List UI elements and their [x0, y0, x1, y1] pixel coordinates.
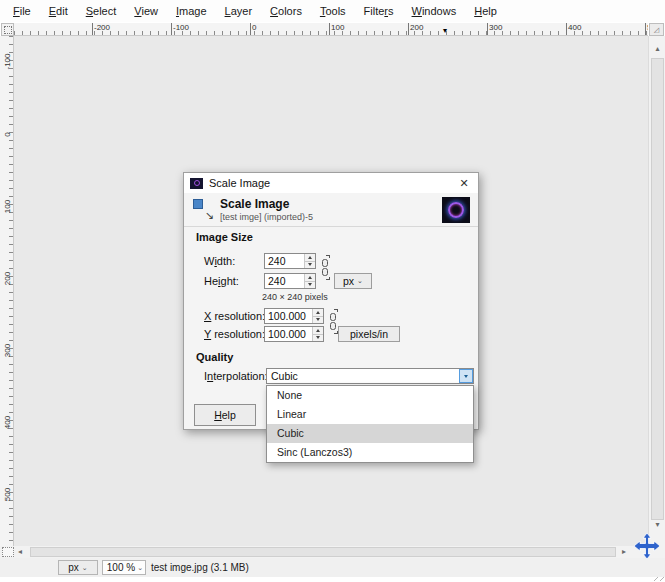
quality-section-label: Quality: [196, 351, 233, 363]
width-label: Width:: [204, 255, 235, 267]
menu-colors[interactable]: Colors: [262, 2, 310, 20]
spin-down-button[interactable]: [305, 281, 315, 289]
ruler-origin-button[interactable]: [1, 23, 14, 36]
image-thumbnail: [442, 197, 470, 223]
ruler-corner-button[interactable]: ◿: [649, 23, 664, 36]
dialog-header: ↘ Scale Image [test imge] (imported)-5: [184, 193, 478, 227]
v-ruler-label: 100: [3, 200, 12, 214]
h-ruler-label: -200: [94, 23, 110, 32]
interpolation-label: Interpolation:: [204, 370, 268, 382]
navigation-cross-icon[interactable]: [633, 532, 661, 560]
scale-image-dialog: Scale Image ✕ ↘ Scale Image [test imge] …: [183, 172, 479, 430]
h-ruler-label: 0: [252, 23, 256, 32]
help-button-label: Help: [214, 409, 236, 421]
resolution-unit-label: pixels/in: [350, 328, 388, 340]
menu-file[interactable]: File: [5, 2, 39, 20]
status-bar: px ⌄ 100 % ⌄ test imge.jpg (3.1 MB): [0, 558, 665, 577]
width-spinbox[interactable]: 240: [264, 253, 316, 269]
menu-view[interactable]: View: [126, 2, 166, 20]
interpolation-option-cubic[interactable]: Cubic: [267, 424, 473, 443]
h-ruler-label: 500: [647, 23, 648, 32]
resolution-unit-dropdown[interactable]: pixels/in: [338, 326, 400, 342]
width-value: 240: [265, 254, 304, 268]
menu-edit[interactable]: Edit: [41, 2, 76, 20]
chevron-down-icon: ⌄: [357, 277, 363, 285]
pointer-position-marker-icon: ▾: [443, 27, 447, 35]
x-resolution-spinbox[interactable]: 100.000: [264, 308, 324, 324]
menu-layer[interactable]: Layer: [217, 2, 261, 20]
v-ruler-label: 200: [3, 272, 12, 286]
menu-select[interactable]: Select: [78, 2, 125, 20]
spin-down-button[interactable]: [313, 316, 323, 324]
chevron-down-icon: ⌄: [137, 564, 143, 572]
dimensions-note: 240 × 240 pixels: [262, 292, 328, 302]
unit-label: px: [68, 562, 79, 573]
spin-down-button[interactable]: [305, 261, 315, 269]
horizontal-scrollbar-thumb[interactable]: [30, 547, 616, 557]
help-button[interactable]: Help: [194, 404, 256, 426]
horizontal-ruler[interactable]: ▾ -200-1000100200300400500: [14, 23, 648, 36]
h-ruler-label: 300: [489, 23, 502, 32]
spin-down-button[interactable]: [313, 334, 323, 342]
close-icon[interactable]: ✕: [456, 177, 472, 190]
size-unit-label: px: [343, 275, 354, 287]
y-resolution-spinbox[interactable]: 100.000: [264, 326, 324, 342]
header-title: Scale Image: [220, 197, 289, 211]
scroll-up-icon[interactable]: ▴: [649, 42, 665, 56]
h-ruler-label: 100: [331, 23, 344, 32]
v-ruler-label: 0: [3, 128, 12, 142]
interpolation-value: Cubic: [267, 370, 459, 382]
size-unit-dropdown[interactable]: px ⌄: [334, 273, 372, 289]
header-subtitle: [test imge] (imported)-5: [220, 212, 313, 222]
v-ruler-label: 300: [3, 344, 12, 358]
ruler-ticks: [9, 36, 13, 546]
vertical-scrollbar-thumb[interactable]: [651, 58, 664, 520]
menu-windows[interactable]: Windows: [404, 2, 465, 20]
scroll-right-icon[interactable]: ▸: [622, 546, 626, 558]
chain-link-icon[interactable]: [320, 255, 330, 280]
vertical-ruler[interactable]: -1000100200300400500: [0, 36, 14, 546]
scroll-down-icon[interactable]: ▾: [649, 518, 665, 532]
menu-help[interactable]: Help: [466, 2, 505, 20]
dialog-icon: [190, 178, 203, 189]
interpolation-option-none[interactable]: None: [267, 386, 473, 405]
chevron-down-icon: ⌄: [82, 564, 88, 572]
menu-tools[interactable]: Tools: [312, 2, 354, 20]
v-ruler-label: 500: [3, 488, 12, 502]
interpolation-combobox[interactable]: Cubic: [266, 368, 474, 384]
height-value: 240: [265, 274, 304, 288]
menu-image[interactable]: Image: [168, 2, 215, 20]
gimp-window: FileEditSelectViewImageLayerColorsToolsF…: [0, 0, 665, 582]
interpolation-dropdown-list: NoneLinearCubicSinc (Lanczos3): [266, 385, 474, 463]
scroll-left-icon[interactable]: ◂: [18, 546, 22, 558]
unit-dropdown[interactable]: px ⌄: [58, 560, 98, 575]
h-ruler-label: 400: [568, 23, 581, 32]
scale-tool-icon: ↘: [193, 199, 213, 219]
interpolation-option-sinc-lanczos3[interactable]: Sinc (Lanczos3): [267, 443, 473, 462]
x-resolution-label: X resolution:: [204, 310, 265, 322]
zoom-dropdown[interactable]: 100 % ⌄: [102, 560, 146, 575]
interpolation-option-linear[interactable]: Linear: [267, 405, 473, 424]
dialog-title: Scale Image: [209, 177, 270, 189]
height-spinbox[interactable]: 240: [264, 273, 316, 289]
combobox-dropdown-button[interactable]: [459, 369, 473, 383]
file-info: test imge.jpg (3.1 MB): [151, 562, 249, 573]
chain-link-icon[interactable]: [328, 309, 338, 334]
y-resolution-value: 100.000: [265, 327, 312, 341]
v-ruler-label: 400: [3, 416, 12, 430]
vertical-scrollbar[interactable]: ▴ ▾: [648, 36, 665, 546]
v-ruler-label: -100: [3, 56, 12, 70]
height-label: Height:: [204, 275, 239, 287]
menu-filters[interactable]: Filters: [356, 2, 402, 20]
quick-mask-toggle[interactable]: [2, 547, 14, 557]
h-ruler-label: 200: [410, 23, 423, 32]
h-ruler-label: -100: [173, 23, 189, 32]
zoom-level: 100 %: [107, 562, 135, 573]
image-size-section-label: Image Size: [196, 231, 253, 243]
x-resolution-value: 100.000: [265, 309, 312, 323]
horizontal-scrollbar[interactable]: ◂ ▸: [0, 546, 665, 558]
menu-bar: FileEditSelectViewImageLayerColorsToolsF…: [0, 0, 665, 22]
dialog-title-bar[interactable]: Scale Image ✕: [184, 173, 478, 193]
y-resolution-label: Y resolution:: [204, 328, 265, 340]
